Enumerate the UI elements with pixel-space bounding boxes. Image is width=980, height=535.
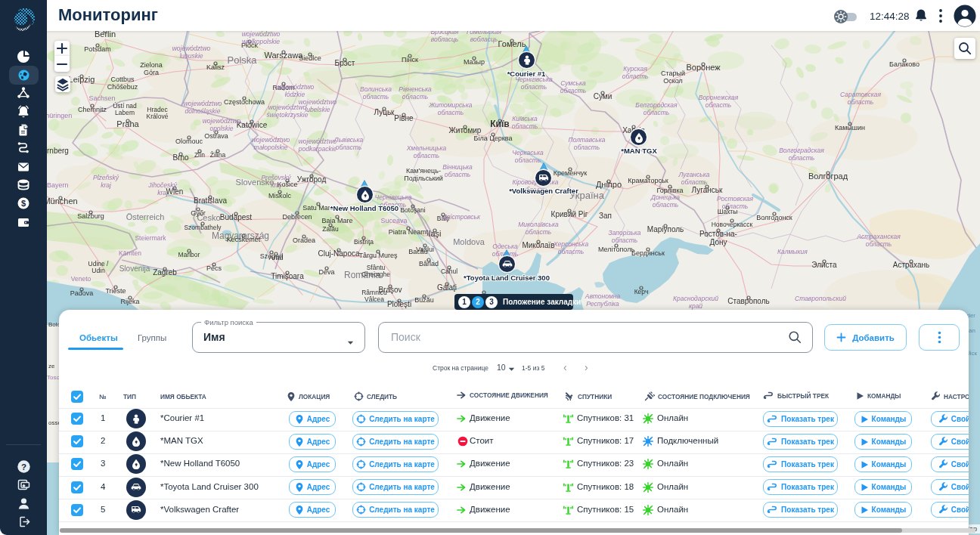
svg-text:Рiвненська: Рiвненська [399, 85, 432, 93]
svg-text:Балаково: Балаково [889, 60, 920, 68]
svg-text:podkarpackie: podkarpackie [298, 145, 337, 153]
svg-text:Miskolc: Miskolc [268, 192, 292, 199]
svg-text:Zlín: Zlín [194, 151, 205, 159]
svg-text:województwo: województwo [184, 100, 222, 107]
svg-text:Волгоград: Волгоград [808, 172, 848, 181]
svg-text:Курская: Курская [623, 65, 647, 73]
svg-text:Thüringen: Thüringen [47, 112, 72, 119]
svg-text:rnberg: rnberg [47, 147, 69, 155]
svg-text:?: ? [20, 462, 26, 472]
svg-text:Подiльський: Подiльський [404, 175, 443, 182]
svg-text:Волгодонск: Волгодонск [756, 214, 792, 221]
svg-text:ze: ze [48, 363, 55, 370]
svg-text:Pécs: Pécs [206, 264, 222, 272]
svg-text:область: область [644, 109, 670, 116]
svg-text:Győr: Győr [191, 209, 206, 217]
svg-text:Хмельницька: Хмельницька [406, 144, 447, 152]
svg-text:Миколаївська: Миколаївська [518, 221, 559, 228]
svg-text:Воронеж: Воронеж [686, 63, 721, 72]
svg-text:łódzkie: łódzkie [285, 91, 305, 98]
svg-text:Бердянськ: Бердянськ [631, 249, 665, 257]
svg-text:область: область [363, 93, 389, 101]
svg-text:Szombathely: Szombathely [184, 224, 222, 231]
svg-text:Cottbus: Cottbus [110, 76, 135, 83]
svg-text:Vâlcea: Vâlcea [364, 295, 384, 303]
svg-text:Республiка: Республiка [586, 300, 619, 308]
svg-text:Воронежская: Воронежская [699, 94, 739, 101]
svg-text:Дону: Дону [710, 238, 727, 246]
svg-text:Kalisz: Kalisz [206, 63, 225, 71]
svg-text:Steiermark: Steiermark [135, 234, 166, 242]
svg-text:Iaşi: Iaşi [428, 229, 441, 238]
svg-text:Warszawa: Warszawa [265, 51, 304, 60]
svg-text:Миколаїв: Миколаїв [522, 241, 554, 249]
svg-text:Potsdam: Potsdam [84, 45, 111, 53]
svg-text:область: область [789, 154, 815, 162]
svg-text:Кривий Рiг: Кривий Рiг [551, 210, 588, 218]
svg-text:Рiвне: Рiвне [394, 114, 414, 122]
svg-text:Baia Mare: Baia Mare [321, 217, 352, 224]
svg-text:Botoşani: Botoşani [400, 206, 425, 214]
svg-text:Prešovský: Prešovský [261, 174, 291, 181]
svg-text:Херсонська: Херсонська [553, 240, 589, 248]
svg-text:województwo: województwo [299, 98, 337, 106]
svg-text:Ростовская: Ростовская [717, 195, 754, 203]
svg-text:Астрахань: Астрахань [893, 261, 930, 269]
svg-text:Ростов-на-: Ростов-на- [699, 230, 737, 238]
svg-text:Veneto: Veneto [71, 275, 91, 283]
svg-text:Labem: Labem [115, 109, 135, 116]
svg-text:Plzeňský: Plzeňský [93, 174, 119, 181]
svg-text:Саратовская: Саратовская [840, 91, 881, 98]
svg-text:dolnośląskie: dolnośląskie [185, 107, 221, 115]
svg-text:Chóśebuz: Chóśebuz [107, 83, 138, 91]
svg-text:Bârlad: Bârlad [419, 260, 439, 268]
svg-text:województwo: województwo [242, 31, 281, 38]
svg-text:Волинська: Волинська [360, 85, 392, 93]
svg-text:Kärnten: Kärnten [119, 249, 141, 257]
svg-text:Timişoara: Timişoara [271, 272, 304, 280]
svg-text:Zagreb: Zagreb [153, 268, 177, 277]
svg-text:Донецька: Донецька [650, 193, 680, 201]
svg-text:kraj: kraj [101, 181, 112, 189]
svg-text:Луганська: Луганська [678, 171, 709, 178]
svg-text:małopolskie: małopolskie [254, 144, 288, 151]
svg-text:województwo: województwo [203, 117, 241, 125]
svg-text:Zielona: Zielona [140, 61, 163, 69]
svg-text:Buzău: Buzău [414, 296, 434, 304]
svg-text:область: область [560, 87, 587, 94]
svg-text:województwo: województwo [252, 136, 290, 144]
svg-text:Чернiвецька: Чернiвецька [375, 193, 412, 201]
svg-text:województwo: województwo [276, 83, 315, 91]
svg-text:Maribor: Maribor [178, 251, 200, 258]
svg-text:область: область [612, 237, 638, 244]
svg-text:Salzburg: Salzburg [77, 212, 104, 220]
svg-text:Cluj-Napoca: Cluj-Napoca [318, 249, 359, 258]
svg-text:Бiла Церква: Бiла Церква [474, 135, 513, 142]
svg-text:Оскол: Оскол [663, 77, 683, 85]
svg-text:область: область [848, 98, 874, 106]
svg-text:Rijeka: Rijeka [120, 298, 139, 305]
svg-text:Debrecen: Debrecen [282, 213, 312, 221]
svg-text:Budapest: Budapest [220, 213, 252, 221]
svg-text:Deva: Deva [318, 268, 334, 276]
svg-text:Ostrava: Ostrava [204, 132, 228, 140]
svg-text:województwo: województwo [172, 45, 211, 52]
svg-text:Zalău: Zalău [322, 225, 339, 233]
svg-text:Cahul: Cahul [441, 268, 457, 275]
svg-text:Старый: Старый [661, 70, 685, 77]
svg-text:Satu Mare: Satu Mare [302, 204, 334, 212]
svg-text:wielkopolskie: wielkopolskie [242, 38, 280, 45]
svg-text:вобласць: вобласць [470, 36, 498, 43]
svg-text:Кам'янець-: Кам'янець- [406, 167, 441, 175]
svg-text:область: область [515, 156, 541, 164]
svg-text:Калмыкия: Калмыкия [777, 248, 808, 255]
svg-text:kraj: kraj [271, 181, 282, 189]
svg-text:Slovenija: Slovenija [119, 264, 150, 273]
svg-text:Gheorghe: Gheorghe [361, 271, 390, 278]
svg-text:opolskie: opolskie [209, 125, 233, 132]
svg-text:вобласць: вобласць [431, 36, 459, 43]
svg-text:Österreich: Österreich [126, 212, 165, 221]
svg-text:Київська: Київська [512, 115, 538, 122]
svg-text:Moldova: Moldova [453, 237, 485, 246]
svg-text:Králové: Králové [147, 113, 169, 120]
